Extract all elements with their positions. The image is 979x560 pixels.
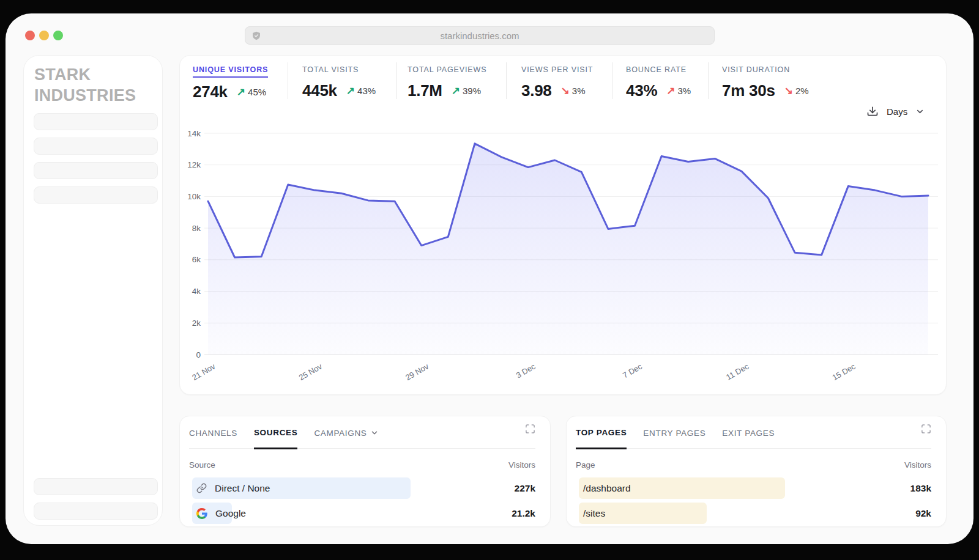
- tab-sources[interactable]: SOURCES: [254, 422, 298, 449]
- svg-text:2k: 2k: [192, 319, 201, 328]
- brand-logo: STARK INDUSTRIES: [34, 64, 138, 106]
- divider: [288, 62, 288, 99]
- sources-tabs: CHANNELS SOURCES CAMPAIGNS: [189, 422, 535, 449]
- url-text: starkindustries.com: [440, 31, 519, 41]
- visitors-area-chart: 02k4k6k8k10k12k14k21 Nov25 Nov29 Nov3 De…: [184, 122, 947, 388]
- minimize-button[interactable]: [39, 31, 49, 40]
- url-bar[interactable]: starkindustries.com: [245, 26, 715, 45]
- expand-icon[interactable]: [525, 424, 535, 434]
- stat-delta: 2%: [795, 86, 809, 96]
- trend-up-icon: ↗: [666, 84, 675, 97]
- divider: [708, 62, 709, 99]
- download-icon[interactable]: [866, 105, 879, 117]
- trend-up-icon: ↗: [237, 86, 245, 98]
- svg-text:11 Dec: 11 Dec: [724, 361, 751, 381]
- svg-text:15 Dec: 15 Dec: [831, 361, 858, 382]
- table-row-direct-none[interactable]: Direct / None 227k: [189, 477, 535, 499]
- stat-value: 7m 30s: [722, 81, 775, 100]
- sidebar-nav-placeholder: [34, 162, 158, 179]
- google-icon: [196, 508, 207, 519]
- sidebar-nav-placeholder: [34, 186, 158, 204]
- svg-text:29 Nov: 29 Nov: [404, 361, 431, 382]
- svg-text:8k: 8k: [192, 224, 201, 233]
- pages-tabs: TOP PAGES ENTRY PAGES EXIT PAGES: [576, 422, 931, 449]
- zoom-button[interactable]: [53, 31, 63, 40]
- sidebar-nav-placeholder: [34, 138, 158, 155]
- stat-delta: 45%: [248, 87, 266, 97]
- trend-up-icon: ↗: [452, 84, 460, 97]
- svg-text:10k: 10k: [187, 192, 201, 201]
- svg-text:12k: 12k: [187, 160, 201, 169]
- trend-down-icon: ↘: [784, 84, 793, 97]
- sidebar: STARK INDUSTRIES: [23, 55, 163, 526]
- link-icon: [196, 483, 207, 493]
- svg-text:7 Dec: 7 Dec: [621, 361, 644, 380]
- pages-panel: TOP PAGES ENTRY PAGES EXIT PAGES Page Vi…: [566, 416, 947, 527]
- tab-exit-pages[interactable]: EXIT PAGES: [722, 422, 775, 448]
- table-row-dashboard[interactable]: /dashboard 183k: [576, 477, 931, 499]
- stat-value: 1.7M: [408, 81, 442, 100]
- svg-text:3 Dec: 3 Dec: [515, 361, 537, 380]
- stat-total-visits[interactable]: TOTAL VISITS 445k ↗ 43%: [302, 64, 376, 100]
- divider: [396, 62, 397, 99]
- stat-unique-visitors[interactable]: UNIQUE VISITORS 274k ↗ 45%: [193, 64, 268, 101]
- svg-text:6k: 6k: [192, 255, 201, 264]
- stat-delta: 3%: [572, 86, 586, 96]
- chevron-down-icon: [915, 107, 925, 116]
- stat-bounce-rate[interactable]: BOUNCE RATE 43% ↗ 3%: [626, 64, 691, 100]
- stat-views-per-visit[interactable]: VIEWS PER VISIT 3.98 ↘ 3%: [521, 64, 593, 100]
- svg-text:4k: 4k: [192, 287, 201, 296]
- tab-channels[interactable]: CHANNELS: [189, 422, 237, 448]
- table-header: Source Visitors: [189, 460, 535, 470]
- stat-visit-duration[interactable]: VISIT DURATION 7m 30s ↘ 2%: [722, 64, 809, 100]
- table-header: Page Visitors: [576, 460, 931, 470]
- interval-select[interactable]: Days: [887, 106, 907, 117]
- stat-value: 445k: [302, 81, 337, 100]
- sidebar-footer-placeholder: [34, 503, 158, 520]
- stat-value: 274k: [193, 83, 228, 101]
- shield-icon: [252, 31, 261, 40]
- close-button[interactable]: [25, 31, 35, 40]
- expand-icon[interactable]: [921, 424, 931, 434]
- stat-value: 43%: [626, 81, 657, 100]
- table-row-sites[interactable]: /sites 92k: [576, 503, 931, 524]
- sidebar-footer-placeholder: [34, 478, 158, 495]
- tab-campaigns[interactable]: CAMPAIGNS: [314, 422, 378, 448]
- sources-panel: CHANNELS SOURCES CAMPAIGNS Source Visito…: [179, 416, 551, 527]
- divider: [612, 62, 612, 99]
- divider: [506, 62, 507, 99]
- stat-delta: 3%: [678, 86, 691, 96]
- stat-delta: 43%: [357, 86, 376, 96]
- trend-down-icon: ↘: [561, 84, 570, 97]
- stat-total-pageviews[interactable]: TOTAL PAGEVIEWS 1.7M ↗ 39%: [408, 64, 486, 100]
- trend-up-icon: ↗: [346, 84, 355, 97]
- tab-entry-pages[interactable]: ENTRY PAGES: [643, 422, 705, 448]
- svg-text:14k: 14k: [187, 129, 201, 138]
- chevron-down-icon: [370, 429, 379, 437]
- stat-delta: 39%: [463, 86, 481, 96]
- svg-text:0: 0: [196, 350, 201, 359]
- sidebar-nav-placeholder: [34, 113, 158, 130]
- table-row-google[interactable]: Google 21.2k: [189, 503, 535, 524]
- tab-top-pages[interactable]: TOP PAGES: [576, 422, 627, 449]
- svg-text:21 Nov: 21 Nov: [190, 361, 217, 382]
- stat-value: 3.98: [521, 81, 552, 100]
- svg-text:25 Nov: 25 Nov: [297, 361, 324, 382]
